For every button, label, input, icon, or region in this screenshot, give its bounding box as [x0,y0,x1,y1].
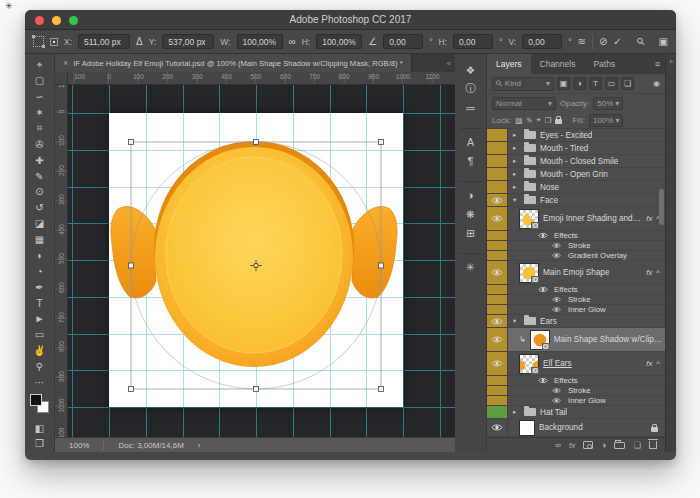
layer-visibility-toggle[interactable] [487,261,508,284]
layer-visibility-toggle[interactable] [487,419,508,436]
layer-group-row[interactable]: ▸Mouth - Tired [487,142,665,155]
eye-icon[interactable] [552,306,561,313]
lock-transparency-icon[interactable]: ▨ [515,116,522,125]
eye-icon[interactable] [491,423,503,432]
effect-name[interactable]: Stroke [568,241,591,250]
reference-point-locator[interactable] [50,38,58,46]
guide-line[interactable] [403,85,404,437]
layer-visibility-toggle[interactable] [487,251,508,260]
scrollbar-thumb[interactable] [659,189,664,225]
guide-line[interactable] [366,113,367,407]
tab-paths[interactable]: Paths [584,54,624,74]
fill-field[interactable]: 100% ▾ [589,114,623,127]
quick-mask-button[interactable]: ◧ [28,420,52,436]
layer-effect-row[interactable]: Gradient Overlay [487,251,665,261]
filter-toggle-icon[interactable]: ◉ [653,79,660,88]
layer-group-row[interactable]: ▾Face [487,194,665,207]
clone-stamp-tool[interactable]: ⊙ [28,184,52,200]
eye-icon[interactable] [491,335,503,344]
shape-tool[interactable]: ▭ [28,327,52,343]
path-selection-tool[interactable]: ► [28,311,52,327]
layer-visibility-toggle[interactable] [487,406,508,418]
expand-group-icon[interactable]: ▸ [513,157,520,165]
collapse-effects-icon[interactable]: ^ [656,359,660,368]
tab-overflow-icon[interactable]: « [447,59,455,68]
tab-layers[interactable]: Layers [487,54,531,74]
guide-line[interactable] [293,113,294,407]
lock-all-icon[interactable] [555,119,562,124]
layer-row[interactable]: ↳Main Shape Shadow w/Clipping Mask [487,328,665,352]
layer-visibility-toggle[interactable] [487,352,508,375]
layer-row[interactable]: Emoji Inner Shading and Edge Lightfx^ [487,207,665,231]
layer-group-name[interactable]: Face [540,196,558,205]
layer-name[interactable]: Main Emoji Shape [543,268,609,277]
guide-line[interactable] [330,113,331,407]
layer-visibility-toggle[interactable] [487,181,508,193]
adjustments-panel-icon[interactable]: ◑ [460,181,482,204]
vskew-input[interactable]: 0,00 [522,34,562,49]
layer-group-row[interactable]: ▸Eyes - Excited [487,129,665,142]
eye-icon[interactable] [552,397,561,404]
blend-mode-dropdown[interactable]: Normal ▾ [492,97,556,110]
layer-effect-row[interactable]: Effects [487,231,665,241]
effects-label[interactable]: Effects [554,285,578,294]
collapse-group-icon[interactable]: ▾ [513,317,520,325]
eye-icon[interactable] [552,296,561,303]
y-input[interactable]: 537,00 px [162,34,214,49]
collapse-group-icon[interactable]: ▾ [513,196,520,204]
layer-visibility-toggle[interactable] [487,241,508,250]
eye-icon[interactable] [491,268,503,277]
dodge-tool[interactable]: ◔ [28,263,52,279]
status-chevron-icon[interactable]: › [198,441,201,450]
marquee-tool[interactable]: ▢ [28,73,52,89]
layer-effect-row[interactable]: Stroke [487,241,665,251]
rotation-input[interactable]: 0,00 [383,34,423,49]
add-layer-mask-icon[interactable] [583,441,593,449]
eye-icon[interactable] [491,196,503,205]
guide-line[interactable] [109,260,403,261]
link-layers-icon[interactable]: ∞ [555,440,561,450]
layer-effect-row[interactable]: Effects [487,285,665,295]
eye-icon[interactable] [552,242,561,249]
expand-group-icon[interactable]: ▸ [513,183,520,191]
color-panel-icon[interactable]: ❖ [460,60,482,79]
layer-group-name[interactable]: Hat Tail [540,408,567,417]
height-input[interactable]: 100,00% [316,34,362,49]
filter-shape-layers-icon[interactable]: ▭ [605,77,618,90]
gradient-tool[interactable]: ▦ [28,232,52,248]
close-document-icon[interactable]: × [63,58,68,68]
layer-visibility-toggle[interactable] [487,328,508,351]
eye-icon[interactable] [552,252,561,259]
layer-effect-row[interactable]: Inner Glow [487,305,665,315]
new-group-icon[interactable] [614,442,625,449]
minimize-window-button[interactable] [52,16,61,25]
properties-panel-icon[interactable]: ≔ [460,98,482,117]
effect-name[interactable]: Inner Glow [568,305,606,314]
layer-style-fx-icon[interactable]: fx [646,214,652,223]
guide-line[interactable] [109,334,403,335]
guide-line[interactable] [68,407,455,408]
history-brush-tool[interactable]: ↺ [28,200,52,216]
swatches-panel-icon[interactable]: ⊞ [460,223,482,242]
eraser-tool[interactable]: ◪ [28,216,52,232]
layer-visibility-toggle[interactable] [487,285,508,294]
type-tool[interactable]: T [28,295,52,311]
layer-visibility-toggle[interactable] [487,386,508,395]
layer-visibility-toggle[interactable] [487,305,508,314]
zoom-tool[interactable]: ⚲ [28,359,52,375]
more-tools[interactable]: ⋯ [28,375,52,391]
layer-visibility-toggle[interactable] [487,142,508,154]
zoom-level[interactable]: 100% [69,441,89,450]
layer-thumbnail[interactable] [519,209,539,229]
styles-panel-icon[interactable]: ❋ [460,204,482,223]
blur-tool[interactable]: ◗ [28,248,52,264]
layer-group-name[interactable]: Nose [540,183,559,192]
cancel-transform-button[interactable]: ⊘ [599,36,607,47]
eyedropper-tool[interactable]: ✇ [28,136,52,152]
guide-line[interactable] [72,85,73,437]
lock-paint-icon[interactable]: ✎ [526,116,532,125]
eye-icon[interactable] [491,359,503,368]
eye-icon[interactable] [538,232,548,240]
layer-group-name[interactable]: Ears [540,317,557,326]
x-input[interactable]: 511,00 px [78,34,130,49]
